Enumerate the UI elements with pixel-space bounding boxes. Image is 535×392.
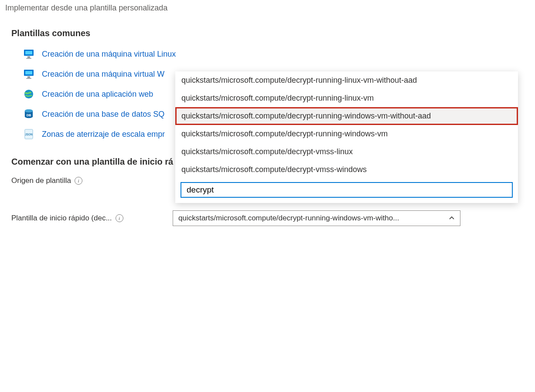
template-link-label[interactable]: Creación de una máquina virtual W xyxy=(42,70,164,79)
quickstart-template-combobox[interactable]: quickstarts/microsoft.compute/decrypt-ru… xyxy=(173,210,460,226)
combobox-selected-value: quickstarts/microsoft.compute/decrypt-ru… xyxy=(178,214,399,223)
svg-rect-2 xyxy=(27,56,30,58)
svg-rect-5 xyxy=(25,71,32,74)
info-icon[interactable] xyxy=(75,177,82,185)
dropdown-option-highlighted[interactable]: quickstarts/microsoft.compute/decrypt-ru… xyxy=(175,107,518,125)
dropdown-option[interactable]: quickstarts/microsoft.compute/decrypt-vm… xyxy=(175,143,518,161)
svg-rect-1 xyxy=(25,51,32,54)
dropdown-option[interactable]: quickstarts/microsoft.compute/decrypt-vm… xyxy=(175,161,518,179)
svg-point-8 xyxy=(24,90,33,98)
page-title: Implementar desde una plantilla personal… xyxy=(5,3,535,13)
svg-rect-6 xyxy=(27,76,30,78)
common-templates-heading: Plantillas comunes xyxy=(11,28,535,38)
chevron-up-icon xyxy=(449,215,455,221)
template-link-label[interactable]: Creación de una base de datos SQ xyxy=(42,110,164,119)
svg-point-10 xyxy=(25,109,33,112)
template-link-label[interactable]: Creación de una aplicación web xyxy=(42,90,153,99)
svg-rect-3 xyxy=(26,58,31,59)
svg-text:DB: DB xyxy=(27,113,31,117)
dropdown-option[interactable]: quickstarts/microsoft.compute/decrypt-ru… xyxy=(175,89,518,107)
database-icon: DB xyxy=(24,109,34,119)
svg-rect-7 xyxy=(26,78,31,79)
vm-icon xyxy=(24,49,34,59)
dropdown-option[interactable]: quickstarts/microsoft.compute/decrypt-ru… xyxy=(175,71,518,89)
source-label: Origen de plantilla xyxy=(11,176,71,185)
svg-text:JSON: JSON xyxy=(25,133,33,136)
dropdown-option[interactable]: quickstarts/microsoft.compute/decrypt-ru… xyxy=(175,125,518,143)
template-label: Plantilla de inicio rápido (dec... xyxy=(11,214,112,223)
template-link-label[interactable]: Zonas de aterrizaje de escala empr xyxy=(42,130,165,139)
json-file-icon: JSON xyxy=(24,129,34,139)
globe-icon xyxy=(24,89,34,99)
vm-icon xyxy=(24,69,34,79)
template-link-label[interactable]: Creación de una máquina virtual Linux xyxy=(42,50,176,59)
info-icon[interactable] xyxy=(116,214,123,222)
template-item-linux-vm[interactable]: Creación de una máquina virtual Linux xyxy=(24,49,535,59)
dropdown-search-input[interactable] xyxy=(181,182,513,198)
quickstart-dropdown: quickstarts/microsoft.compute/decrypt-ru… xyxy=(175,71,518,203)
field-quickstart-template: Plantilla de inicio rápido (dec... quick… xyxy=(11,210,535,226)
